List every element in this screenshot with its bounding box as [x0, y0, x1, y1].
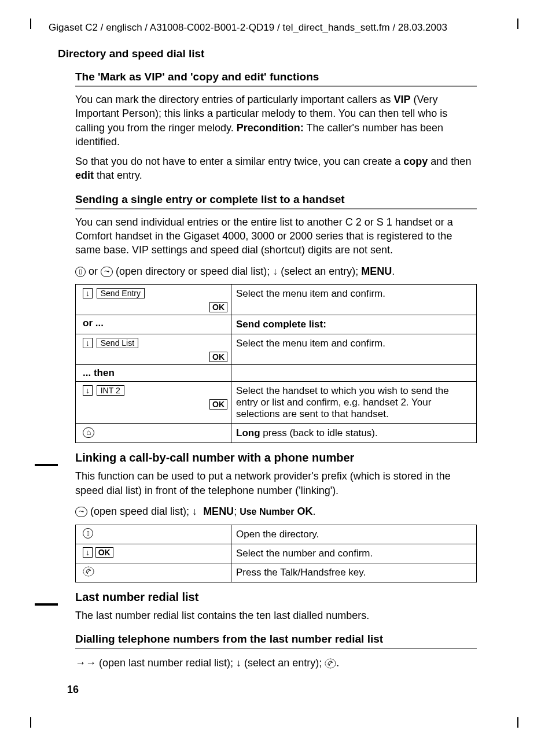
ok-key: OK [209, 399, 227, 410]
ok-key: OK [209, 302, 227, 312]
step-description: Select the number and confirm. [231, 544, 477, 563]
rule [75, 86, 477, 87]
talk-key-icon [83, 566, 94, 577]
down-arrow-icon: ↓ [192, 506, 197, 517]
talk-key-icon [325, 658, 336, 669]
page-number: 16 [67, 684, 79, 696]
speed-dial-icon: ⤳ [101, 267, 113, 277]
step-description: Select the menu item and confirm. [231, 285, 477, 315]
menu-label: Send List [97, 338, 138, 348]
steps-table-1: ↓ Send Entry OK Select the menu item and… [75, 284, 477, 443]
speed-dial-icon: ⤳ [75, 507, 87, 517]
directory-icon: ▯ [83, 528, 93, 539]
steps-table-2: ▯ Open the directory. ↓ OK Select the nu… [75, 525, 477, 582]
table-row: ⌂ Long press (back to idle status). [76, 424, 477, 443]
running-header: Gigaset C2 / englisch / A31008-C002-B001… [49, 22, 517, 34]
step-description: Select the menu item and confirm. [231, 334, 477, 365]
crop-mark [517, 717, 518, 728]
redial-icon: →→ [75, 657, 96, 669]
rule [75, 648, 477, 649]
down-arrow-icon: ↓ [83, 385, 93, 396]
down-arrow-icon: ↓ [273, 265, 278, 277]
crop-mark [517, 19, 518, 29]
paragraph: This function can be used to put a netwo… [75, 469, 477, 497]
step-connector: or ... [76, 315, 231, 334]
down-arrow-icon: ↓ [83, 547, 93, 558]
table-row: ↓ INT 2 OK Select the handset to which y… [76, 382, 477, 424]
crop-mark [30, 717, 31, 728]
step-description: Select the handset to which you wish to … [231, 382, 477, 424]
step-description: Open the directory. [231, 525, 477, 544]
key-sequence: ▯ or ⤳ (open directory or speed dial lis… [75, 263, 477, 280]
page: Gigaset C2 / englisch / A31008-C002-B001… [0, 0, 552, 756]
key-sequence: ⤳ (open speed dial list); ↓ MENU; Use Nu… [75, 503, 477, 520]
section-heading: Linking a call-by-call number with a pho… [75, 451, 477, 464]
table-row: ↓ OK Select the number and confirm. [76, 544, 477, 563]
step-description: Press the Talk/Handsfree key. [231, 563, 477, 582]
table-row: ↓ Send List OK Select the menu item and … [76, 334, 477, 365]
paragraph: The last number redial list contains the… [75, 609, 477, 622]
down-arrow-icon: ↓ [83, 288, 93, 298]
paragraph: So that you do not have to enter a simil… [75, 154, 477, 183]
table-row: ↓ Send Entry OK Select the menu item and… [76, 285, 477, 315]
section-title: Directory and speed dial list [58, 47, 517, 60]
menu-label: Send Entry [97, 288, 145, 298]
down-arrow-icon: ↓ [236, 657, 241, 669]
key-sequence: →→ (open last number redial list); ↓ (se… [75, 655, 477, 672]
crop-mark [30, 19, 31, 29]
down-arrow-icon: ↓ [83, 338, 93, 348]
rule [75, 208, 477, 209]
directory-icon: ▯ [75, 267, 86, 277]
step-connector: ... then [76, 365, 231, 382]
sub-heading: Sending a single entry or complete list … [75, 193, 477, 206]
section-heading: Last number redial list [75, 591, 477, 604]
sub-heading: The 'Mark as VIP' and 'copy and edit' fu… [75, 71, 477, 83]
paragraph: You can mark the directory entries of pa… [75, 93, 477, 149]
step-description: Long press (back to idle status). [231, 424, 477, 443]
table-row: ... then [76, 365, 477, 382]
table-row: ▯ Open the directory. [76, 525, 477, 544]
step-description: Send complete list: [231, 315, 477, 334]
subsection-vip: The 'Mark as VIP' and 'copy and edit' fu… [75, 71, 477, 672]
end-call-icon: ⌂ [83, 427, 94, 438]
menu-label: INT 2 [97, 385, 124, 396]
paragraph: You can send individual entries or the e… [75, 215, 477, 257]
table-row: Press the Talk/Handsfree key. [76, 563, 477, 582]
table-row: or ... Send complete list: [76, 315, 477, 334]
ok-key: OK [95, 547, 113, 558]
ok-key: OK [209, 352, 227, 362]
sub-heading: Dialling telephone numbers from the last… [75, 633, 477, 646]
